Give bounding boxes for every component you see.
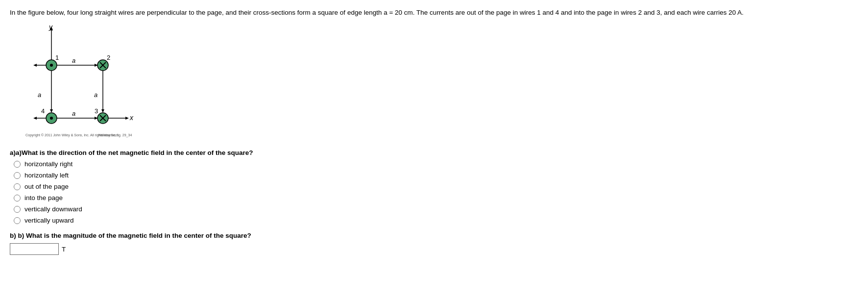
option-label-out-of-page: out of the page	[24, 183, 69, 190]
part-a-section: a)a)What is the direction of the net mag…	[10, 149, 858, 224]
svg-text:y: y	[48, 24, 53, 31]
option-label-vertically-upward: vertically upward	[24, 217, 74, 224]
figure-svg: y 1 a 2 a a 4	[24, 24, 152, 141]
part-a-label: a)a)What is the direction of the net mag…	[10, 149, 858, 156]
svg-text:a: a	[38, 91, 41, 99]
option-label-horizontally-left: horizontally left	[24, 172, 69, 179]
option-vertically-upward[interactable]: vertically upward	[14, 217, 858, 224]
svg-marker-25	[33, 117, 37, 120]
unit-label: T	[62, 246, 66, 253]
svg-text:4: 4	[41, 107, 45, 115]
option-out-of-page[interactable]: out of the page	[14, 183, 858, 190]
option-label-horizontally-right: horizontally right	[24, 160, 72, 168]
direction-radio-group: horizontally right horizontally left out…	[14, 160, 858, 224]
radio-vertically-upward[interactable]	[14, 217, 21, 224]
option-label-vertically-downward: vertically downward	[24, 205, 82, 213]
svg-marker-34	[125, 117, 129, 120]
svg-text:3: 3	[95, 107, 98, 115]
option-label-into-page: into the page	[24, 194, 63, 201]
option-vertically-downward[interactable]: vertically downward	[14, 205, 858, 213]
svg-text:a: a	[94, 91, 97, 99]
radio-vertically-downward[interactable]	[14, 206, 21, 213]
part-b-section: b) b) What is the magnitude of the magne…	[10, 232, 858, 255]
option-horizontally-right[interactable]: horizontally right	[14, 160, 858, 168]
svg-marker-7	[33, 64, 37, 67]
part-b-label: b) b) What is the magnitude of the magne…	[10, 232, 858, 239]
svg-text:Halliday 9e, fig. 29_34: Halliday 9e, fig. 29_34	[98, 133, 132, 137]
radio-horizontally-right[interactable]	[14, 161, 21, 168]
svg-marker-18	[50, 109, 53, 113]
radio-horizontally-left[interactable]	[14, 172, 21, 179]
svg-text:x: x	[129, 114, 134, 122]
option-horizontally-left[interactable]: horizontally left	[14, 172, 858, 179]
radio-into-page[interactable]	[14, 195, 21, 201]
answer-row: T	[10, 243, 858, 255]
option-into-page[interactable]: into the page	[14, 194, 858, 201]
problem-text: In the figure below, four long straight …	[10, 8, 843, 18]
figure-container: y 1 a 2 a a 4	[24, 24, 152, 141]
magnitude-input[interactable]	[10, 243, 59, 255]
radio-out-of-page[interactable]	[14, 183, 21, 190]
svg-marker-20	[101, 109, 104, 113]
svg-point-4	[50, 64, 53, 67]
svg-point-23	[50, 117, 53, 120]
svg-text:a: a	[72, 110, 75, 117]
svg-text:a: a	[72, 57, 75, 64]
svg-text:1: 1	[55, 54, 59, 61]
svg-text:2: 2	[107, 54, 110, 61]
